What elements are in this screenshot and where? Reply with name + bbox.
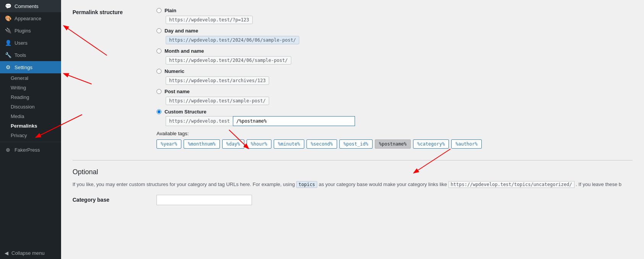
sidebar-item-users[interactable]: 👤 Users [0, 37, 61, 49]
numeric-url: https://wpdevelop.test/archives/123 [166, 76, 269, 85]
tag-postname[interactable]: %postname% [375, 139, 411, 149]
radio-day-name[interactable] [157, 28, 161, 33]
month-name-url: https://wpdevelop.test/2024/06/sample-po… [166, 56, 291, 65]
category-base-label: Category base [73, 197, 157, 203]
fakerpress-icon: ⊕ [5, 147, 11, 153]
tag-hour[interactable]: %hour% [247, 139, 271, 149]
sidebar-item-comments[interactable]: 💬 Comments [0, 0, 61, 12]
submenu-permalinks[interactable]: Permalinks [0, 121, 61, 131]
divider [0, 142, 61, 142]
plugins-icon: 🔌 [5, 28, 11, 34]
optional-desc: If you like, you may enter custom struct… [73, 181, 633, 189]
option-month-name[interactable]: Month and name [157, 48, 633, 54]
radio-post-name[interactable] [157, 89, 161, 94]
sidebar-item-label: Appearance [15, 16, 41, 21]
tag-day[interactable]: %day% [222, 139, 244, 149]
sidebar: 💬 Comments 🎨 Appearance 🔌 Plugins 👤 User… [0, 0, 61, 259]
tag-category[interactable]: %category% [413, 139, 449, 149]
radio-month-name[interactable] [157, 49, 161, 53]
category-base-row: Category base [73, 195, 633, 205]
sidebar-item-settings[interactable]: ⚙ Settings [0, 61, 61, 73]
optional-url-code: https://wpdevelop.test/topics/uncategori… [449, 181, 575, 188]
option-numeric[interactable]: Numeric [157, 68, 633, 74]
post-name-url: https://wpdevelop.test/sample-post/ [166, 97, 269, 105]
radio-custom[interactable] [157, 109, 161, 114]
radio-numeric[interactable] [157, 69, 161, 74]
tag-minute[interactable]: %minute% [274, 139, 304, 149]
custom-structure-label: Custom Structure [165, 109, 207, 115]
month-name-label: Month and name [165, 48, 204, 54]
submenu-reading[interactable]: Reading [0, 92, 61, 102]
permalink-structure-content: Plain https://wpdevelop.test/?p=123 Day … [157, 8, 633, 149]
day-name-url: https://wpdevelop.test/2024/06/06/sample… [166, 36, 299, 44]
option-post-name[interactable]: Post name [157, 89, 633, 94]
sidebar-item-tools[interactable]: 🔧 Tools [0, 49, 61, 61]
custom-structure-prefix: https://wpdevelop.test [166, 116, 233, 126]
sidebar-item-label: Tools [15, 52, 26, 58]
tag-monthnum[interactable]: %monthnum% [184, 139, 220, 149]
sidebar-item-label: FakerPress [15, 147, 40, 153]
day-name-label: Day and name [165, 28, 198, 34]
option-custom-structure[interactable]: Custom Structure [157, 109, 633, 115]
tools-icon: 🔧 [5, 52, 11, 58]
permalink-structure-row: Permalink structure Plain https://wpdeve… [73, 8, 633, 149]
submenu-privacy[interactable]: Privacy [0, 131, 61, 140]
submenu-media[interactable]: Media [0, 112, 61, 121]
comments-icon: 💬 [5, 3, 11, 9]
sidebar-item-label: Users [15, 40, 27, 46]
tag-year[interactable]: %year% [157, 139, 181, 149]
option-day-name[interactable]: Day and name [157, 28, 633, 34]
optional-title: Optional [73, 168, 633, 176]
post-name-label: Post name [165, 89, 190, 94]
available-tags-label: Available tags: [157, 131, 633, 136]
permalink-structure-label: Permalink structure [73, 8, 157, 15]
optional-section: Optional If you like, you may enter cust… [73, 160, 633, 205]
plain-url: https://wpdevelop.test/?p=123 [166, 16, 253, 24]
sidebar-item-label: Plugins [15, 28, 31, 34]
custom-structure-row: https://wpdevelop.test [166, 116, 633, 126]
submenu-general[interactable]: General [0, 73, 61, 83]
tag-post-id[interactable]: %post_id% [339, 139, 373, 149]
numeric-label: Numeric [165, 68, 184, 74]
topics-code: topics [296, 181, 317, 188]
submenu-writing[interactable]: Writing [0, 83, 61, 92]
main-content: Permalink structure Plain https://wpdeve… [61, 0, 644, 259]
collapse-menu-button[interactable]: ◀ Collapse menu [0, 247, 61, 259]
settings-icon: ⚙ [5, 64, 11, 70]
users-icon: 👤 [5, 40, 11, 46]
category-base-input[interactable] [157, 195, 252, 205]
sidebar-item-fakerpress[interactable]: ⊕ FakerPress [0, 144, 61, 156]
sidebar-item-label: Comments [15, 3, 39, 9]
plain-label: Plain [165, 8, 176, 13]
tag-second[interactable]: %second% [307, 139, 337, 149]
tags-container: %year% %monthnum% %day% %hour% %minute% … [157, 139, 633, 149]
custom-structure-input[interactable] [233, 116, 355, 126]
radio-plain[interactable] [157, 8, 161, 13]
submenu-discussion[interactable]: Discussion [0, 102, 61, 112]
option-plain[interactable]: Plain [157, 8, 633, 13]
sidebar-item-label: Settings [15, 65, 32, 70]
tag-author[interactable]: %author% [451, 139, 482, 149]
sidebar-item-plugins[interactable]: 🔌 Plugins [0, 24, 61, 37]
appearance-icon: 🎨 [5, 15, 11, 21]
collapse-icon: ◀ [5, 250, 8, 256]
sidebar-item-appearance[interactable]: 🎨 Appearance [0, 12, 61, 24]
